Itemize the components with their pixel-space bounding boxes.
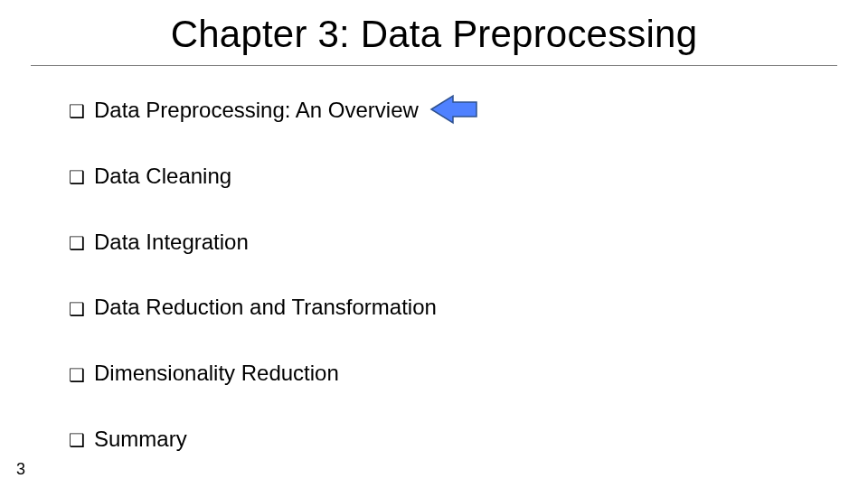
bullet-icon: ❑ xyxy=(69,168,85,186)
bullet-icon: ❑ xyxy=(69,102,85,120)
slide: Chapter 3: Data Preprocessing ❑ Data Pre… xyxy=(0,0,868,488)
bullet-icon: ❑ xyxy=(69,234,85,252)
list-item: ❑ Data Reduction and Transformation xyxy=(69,295,810,321)
bullet-icon: ❑ xyxy=(69,431,85,449)
bullet-label: Data Integration xyxy=(94,230,249,256)
list-item: ❑ Dimensionality Reduction xyxy=(69,361,810,387)
arrow-shape xyxy=(431,96,476,123)
bullet-label: Data Reduction and Transformation xyxy=(94,295,437,321)
slide-title: Chapter 3: Data Preprocessing xyxy=(0,13,868,56)
bullet-icon: ❑ xyxy=(69,366,85,384)
bullet-label: Summary xyxy=(94,427,187,453)
bullet-label: Dimensionality Reduction xyxy=(94,361,339,387)
page-number: 3 xyxy=(16,460,25,479)
bullet-label: Data Cleaning xyxy=(94,164,231,190)
bullet-list: ❑ Data Preprocessing: An Overview ❑ Data… xyxy=(69,98,810,453)
bullet-icon: ❑ xyxy=(69,300,85,318)
list-item: ❑ Summary xyxy=(69,427,810,453)
list-item: ❑ Data Cleaning xyxy=(69,164,810,190)
left-arrow-icon xyxy=(429,94,478,125)
bullet-label: Data Preprocessing: An Overview xyxy=(94,98,419,124)
title-underline xyxy=(31,65,837,66)
list-item: ❑ Data Integration xyxy=(69,230,810,256)
